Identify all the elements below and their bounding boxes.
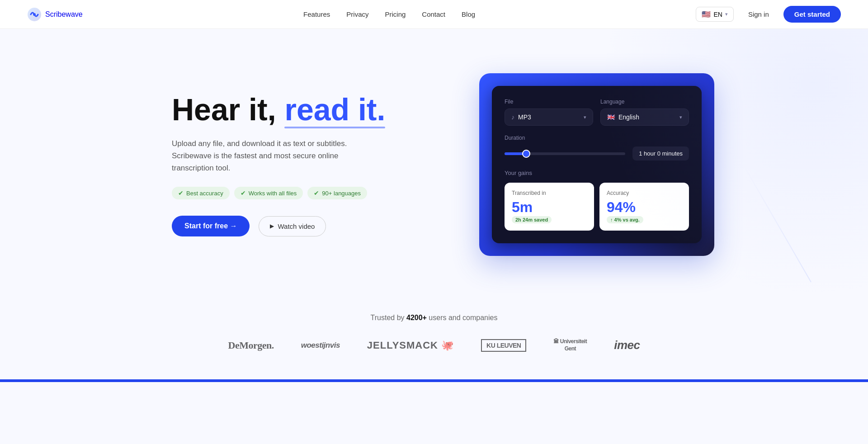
nav-actions: 🇺🇸 EN ▾ Sign in Get started [696,6,841,23]
transcribed-value: 5m [512,200,587,214]
language-label: Language [600,99,689,105]
language-value: English [618,113,639,121]
title-highlight: read it. [284,92,385,127]
language-field: Language 🇬🇧 English ▾ [600,99,689,126]
accuracy-card: Accuracy 94% ↑ 4% vs avg. [599,183,689,231]
check-icon: ✔ [178,189,184,197]
get-started-button[interactable]: Get started [783,6,841,23]
file-field: File ♪ MP3 ▾ [505,99,593,126]
trusted-section: Trusted by 4200+ users and companies DeM… [0,291,868,370]
duration-value: 1 hour 0 minutes [632,146,689,161]
check-icon: ✔ [241,189,246,197]
nav-features[interactable]: Features [303,10,330,18]
hero: Hear it, read it. Upload any file, and d… [118,29,750,291]
gains-section: Your gains Transcribed in 5m 2h 24m save… [505,170,689,231]
hero-ctas: Start for free → ▶ Watch video [172,216,434,236]
check-icon: ✔ [314,189,319,197]
widget-top-row: File ♪ MP3 ▾ Language [505,99,689,126]
gains-row: Transcribed in 5m 2h 24m saved Accuracy … [505,183,689,231]
hero-subtitle: Upload any file, and download it as text… [172,137,434,175]
music-icon: ♪ [511,113,514,121]
chevron-down-icon: ▾ [584,114,586,120]
file-select[interactable]: ♪ MP3 ▾ [505,109,593,126]
trusted-count: 4200+ [406,314,427,321]
badge-accuracy: ✔ Best accuracy [172,187,230,199]
trusted-text: Trusted by 4200+ users and companies [18,314,850,322]
language-select[interactable]: 🇬🇧 English ▾ [600,109,689,126]
slider-thumb[interactable] [522,150,530,158]
widget-card: File ♪ MP3 ▾ Language [492,86,702,243]
logos-row: DeMorgen. woestijnvis JELLYSMACK 🐙 KU LE… [18,338,850,352]
file-label: File [505,99,593,105]
duration-label: Duration [505,135,689,141]
duration-slider[interactable] [505,152,625,155]
transcribed-label: Transcribed in [512,190,587,196]
file-value: MP3 [518,113,531,121]
nav-privacy[interactable]: Privacy [346,10,368,18]
accuracy-label: Accuracy [607,190,682,196]
hero-section: Hear it, read it. Upload any file, and d… [0,29,868,291]
logo-kuleuven: KU LEUVEN [481,339,526,352]
badge-files: ✔ Works with all files [234,187,303,199]
play-icon: ▶ [270,223,274,229]
duration-row: 1 hour 0 minutes [505,146,689,161]
nav-blog[interactable]: Blog [462,10,475,18]
hero-right: File ♪ MP3 ▾ Language [434,73,714,256]
logo-demorgen: DeMorgen. [228,340,274,351]
transcribed-card: Transcribed in 5m 2h 24m saved [505,183,594,231]
title-part1: Hear it, [172,92,284,127]
logo-ugent: 🏛 UniversiteitGent [553,338,587,352]
gains-label: Your gains [505,170,689,176]
accuracy-value: 94% [607,200,682,214]
accuracy-vs-badge: ↑ 4% vs avg. [607,216,643,223]
language-selector[interactable]: 🇺🇸 EN ▾ [696,7,733,22]
flag-icon: 🇺🇸 [702,10,711,19]
logo-icon [27,7,42,22]
bottom-bar [0,379,868,382]
logo-imec: imec [614,338,640,352]
hero-left: Hear it, read it. Upload any file, and d… [172,93,434,236]
chevron-down-icon: ▾ [679,114,682,120]
widget-wrapper: File ♪ MP3 ▾ Language [479,73,714,256]
diagonal-decoration [743,165,811,283]
logo-text: Scribewave [45,10,83,19]
navbar: Scribewave Features Privacy Pricing Cont… [0,0,868,29]
start-free-button[interactable]: Start for free → [172,216,250,236]
chevron-down-icon: ▾ [725,11,728,17]
nav-contact[interactable]: Contact [422,10,445,18]
badge-languages: ✔ 90+ languages [307,187,367,199]
language-flag: 🇬🇧 [607,113,615,121]
hero-badges: ✔ Best accuracy ✔ Works with all files ✔… [172,187,434,199]
duration-section: Duration 1 hour 0 minutes [505,135,689,161]
lang-code: EN [713,11,722,18]
logo-jellysmack: JELLYSMACK 🐙 [367,340,454,351]
logo-woestijnvis: woestijnvis [301,341,340,350]
watch-video-button[interactable]: ▶ Watch video [259,216,326,236]
hero-title: Hear it, read it. [172,93,434,127]
time-saved-badge: 2h 24m saved [512,216,552,223]
nav-links: Features Privacy Pricing Contact Blog [303,10,475,18]
sign-in-button[interactable]: Sign in [741,7,776,22]
svg-point-1 [33,13,36,16]
logo[interactable]: Scribewave [27,7,83,22]
nav-pricing[interactable]: Pricing [385,10,406,18]
